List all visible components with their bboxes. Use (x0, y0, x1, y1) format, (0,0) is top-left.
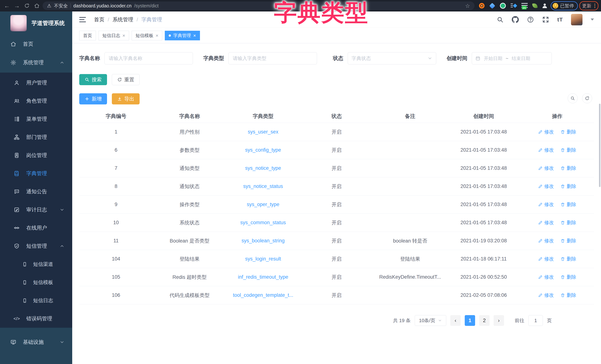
reset-button[interactable]: 重置 (112, 74, 140, 85)
browser-reload-button[interactable] (23, 1, 31, 10)
close-icon[interactable]: × (156, 33, 158, 38)
help-icon[interactable] (527, 16, 534, 23)
dict-name-input[interactable] (104, 52, 193, 64)
tab-home[interactable]: 首页 (79, 31, 96, 40)
chevron-down-icon (60, 340, 64, 344)
cell-remark: RedisKeyDefine.TimeoutT... (373, 274, 447, 280)
sidebar-item-sms-template[interactable]: 短信模板 (0, 273, 72, 292)
sidebar-item-online-users[interactable]: 在线用户 (0, 219, 72, 237)
edit-link[interactable]: 修改 (538, 201, 554, 208)
app-logo-row[interactable]: 芋道管理系统 (0, 11, 72, 35)
delete-link[interactable]: 删除 (561, 274, 576, 280)
edit-link[interactable]: 修改 (538, 274, 554, 280)
sidebar-item-dict-mgmt[interactable]: 字典管理 (0, 164, 72, 182)
browser-home-button[interactable] (33, 1, 41, 10)
browser-menu-icon[interactable] (594, 3, 596, 8)
search-icon[interactable] (497, 16, 504, 23)
bookmark-star-icon[interactable]: ☆ (465, 3, 470, 9)
edit-link[interactable]: 修改 (538, 256, 554, 262)
user-avatar[interactable] (571, 14, 582, 25)
dict-type-input[interactable] (229, 52, 317, 64)
extension-orange-icon[interactable] (479, 3, 485, 9)
dict-type-link[interactable]: sys_login_result (226, 256, 300, 262)
delete-link[interactable]: 删除 (561, 129, 576, 135)
sidebar-item-user-mgmt[interactable]: 用户管理 (0, 74, 72, 92)
edit-link[interactable]: 修改 (538, 292, 554, 298)
edit-link[interactable]: 修改 (538, 147, 554, 153)
tab-sms-log[interactable]: 短信日志 × (99, 31, 129, 40)
dict-type-link[interactable]: tool_codegen_template_t... (226, 292, 300, 298)
dict-type-link[interactable]: sys_oper_type (226, 202, 300, 207)
date-range-picker[interactable]: 开始日期 ~ 结束日期 (472, 52, 552, 64)
update-chip[interactable]: 更新 (579, 1, 598, 10)
dict-type-link[interactable]: sys_notice_type (226, 165, 300, 171)
delete-link[interactable]: 删除 (561, 292, 576, 298)
extension-list-icon[interactable]: on (521, 3, 528, 9)
search-button[interactable]: 搜索 (79, 74, 107, 85)
dict-type-link[interactable]: sys_boolean_string (226, 238, 300, 244)
delete-link[interactable]: 删除 (561, 238, 576, 244)
sidebar-item-notice[interactable]: 通知公告 (0, 182, 72, 201)
page-button-2[interactable]: 2 (479, 315, 490, 326)
dict-type-link[interactable]: sys_common_status (226, 220, 300, 225)
extension-grid-icon[interactable] (511, 3, 517, 8)
extension-gem-icon[interactable] (489, 3, 495, 9)
toggle-search-button[interactable] (568, 93, 578, 103)
dict-type-link[interactable]: sys_notice_status (226, 183, 300, 189)
edit-link[interactable]: 修改 (538, 238, 554, 244)
page-scrollbar[interactable] (599, 104, 601, 187)
delete-link[interactable]: 删除 (561, 183, 576, 190)
paused-chip[interactable]: 已暂停 (551, 1, 578, 10)
tab-dict-mgmt[interactable]: 字典管理 × (165, 31, 200, 40)
fullscreen-icon[interactable] (542, 16, 549, 23)
extension-person-icon[interactable] (542, 3, 547, 8)
sidebar-item-home[interactable]: 首页 (0, 35, 72, 53)
dict-type-link[interactable]: inf_redis_timeout_type (226, 274, 300, 280)
sidebar-item-sms-mgmt[interactable]: 短信管理 (0, 237, 72, 255)
browser-forward-button[interactable]: → (13, 1, 21, 10)
next-page-button[interactable]: › (494, 315, 504, 326)
sidebar-item-dept-mgmt[interactable]: 部门管理 (0, 128, 72, 146)
delete-link[interactable]: 删除 (561, 256, 576, 262)
close-icon[interactable]: × (122, 33, 125, 38)
sidebar-item-error-code[interactable]: </> 错误码管理 (0, 310, 72, 328)
add-button[interactable]: 新增 (79, 93, 107, 104)
sidebar-item-role-mgmt[interactable]: 角色管理 (0, 92, 72, 110)
sidebar-item-post-mgmt[interactable]: 岗位管理 (0, 146, 72, 164)
status-select[interactable]: 字典状态 (348, 52, 436, 64)
delete-link[interactable]: 删除 (561, 219, 576, 226)
dict-type-link[interactable]: sys_config_type (226, 147, 300, 153)
edit-link[interactable]: 修改 (538, 129, 554, 135)
page-size-select[interactable]: 10条/页 (415, 315, 446, 326)
delete-link[interactable]: 删除 (561, 147, 576, 153)
address-bar[interactable]: ⚠ 不安全 dashboard.yudao.iocoder.cn/system/… (43, 1, 475, 10)
github-icon[interactable] (512, 16, 519, 23)
edit-link[interactable]: 修改 (538, 183, 554, 190)
sidebar-item-audit-log[interactable]: 审计日志 (0, 201, 72, 219)
sidebar-item-system-mgmt[interactable]: 系统管理 (0, 53, 72, 72)
sidebar-collapse-button[interactable] (79, 17, 86, 22)
extension-green-icon[interactable] (500, 3, 506, 9)
edit-link[interactable]: 修改 (538, 165, 554, 172)
edit-link[interactable]: 修改 (538, 219, 554, 226)
avatar-dropdown-caret[interactable] (591, 19, 594, 20)
breadcrumb-home[interactable]: 首页 (94, 16, 104, 23)
sidebar-item-menu-mgmt[interactable]: 菜单管理 (0, 110, 72, 128)
browser-back-button[interactable]: ← (3, 1, 11, 10)
sidebar-item-sms-channel[interactable]: 短信渠道 (0, 255, 72, 273)
delete-link[interactable]: 删除 (561, 201, 576, 208)
font-size-icon[interactable]: tT (557, 17, 563, 23)
page-button-1[interactable]: 1 (465, 315, 475, 326)
export-button[interactable]: 导出 (112, 93, 140, 104)
close-icon[interactable]: × (193, 33, 196, 38)
tab-sms-template[interactable]: 短信模板 × (132, 31, 162, 40)
dict-type-link[interactable]: sys_user_sex (226, 129, 300, 135)
goto-page-input[interactable] (528, 315, 543, 326)
breadcrumb-system-mgmt[interactable]: 系统管理 (113, 16, 133, 23)
prev-page-button[interactable]: ‹ (450, 315, 461, 326)
delete-link[interactable]: 删除 (561, 165, 576, 172)
sidebar-item-infrastructure[interactable]: 基础设施 (0, 333, 72, 351)
sidebar-item-sms-log[interactable]: 短信日志 (0, 292, 72, 310)
extension-leaf-icon[interactable] (532, 3, 538, 8)
refresh-table-button[interactable] (582, 93, 592, 103)
